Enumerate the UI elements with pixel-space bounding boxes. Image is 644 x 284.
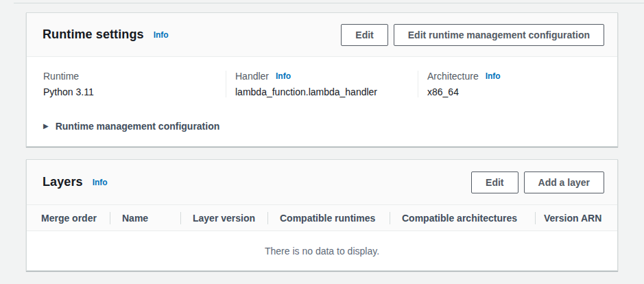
column-header-compatible-runtimes: Compatible runtimes [267,213,390,224]
field-architecture: Architecture Info x86_64 [418,71,617,97]
page-top-divider [14,3,644,3]
runtime-settings-info-link[interactable]: Info [154,30,169,40]
architecture-value: x86_64 [427,86,617,97]
handler-label: Handler [235,71,269,82]
runtime-management-configuration-expander-label: Runtime management configuration [56,121,220,132]
handler-info-link[interactable]: Info [276,71,291,81]
runtime-settings-actions: Edit Edit runtime management configurati… [341,24,604,46]
column-header-version-arn: Version ARN [535,213,617,224]
column-header-layer-version: Layer version [180,213,267,224]
layers-table-empty-row: There is no data to display. [27,231,617,270]
edit-runtime-settings-button[interactable]: Edit [341,24,387,46]
field-runtime: Runtime Python 3.11 [27,71,226,97]
runtime-value: Python 3.11 [43,86,226,97]
layers-header: Layers Info Edit Add a layer [27,160,617,204]
runtime-label: Runtime [43,71,79,82]
column-header-name: Name [110,213,180,224]
edit-layers-button[interactable]: Edit [471,171,518,193]
handler-value: lambda_function.lambda_handler [235,86,418,97]
architecture-label: Architecture [427,71,479,82]
layers-title: Layers [43,175,83,189]
layers-table-header: Merge order Name Layer version Compatibl… [27,204,617,231]
layers-title-group: Layers Info [43,175,108,189]
runtime-settings-title-group: Runtime settings Info [43,27,169,42]
expand-caret-right-icon: ▶ [43,123,49,130]
runtime-settings-title: Runtime settings [43,27,144,42]
edit-runtime-management-configuration-button[interactable]: Edit runtime management configuration [394,24,604,46]
runtime-management-configuration-expander[interactable]: ▶ Runtime management configuration [27,121,617,132]
column-header-merge-order: Merge order [27,213,110,224]
field-handler: Handler Info lambda_function.lambda_hand… [226,71,418,97]
layers-card: Layers Info Edit Add a layer Merge order… [26,159,618,271]
runtime-settings-fields: Runtime Python 3.11 Handler Info lambda_… [27,57,617,110]
runtime-settings-card: Runtime settings Info Edit Edit runtime … [26,12,618,147]
empty-state-message: There is no data to display. [265,246,379,257]
layers-actions: Edit Add a layer [471,171,604,193]
layers-info-link[interactable]: Info [93,178,108,187]
runtime-settings-header: Runtime settings Info Edit Edit runtime … [27,13,617,57]
architecture-info-link[interactable]: Info [486,71,501,81]
add-a-layer-button[interactable]: Add a layer [524,171,604,193]
column-header-compatible-architectures: Compatible architectures [390,213,535,224]
